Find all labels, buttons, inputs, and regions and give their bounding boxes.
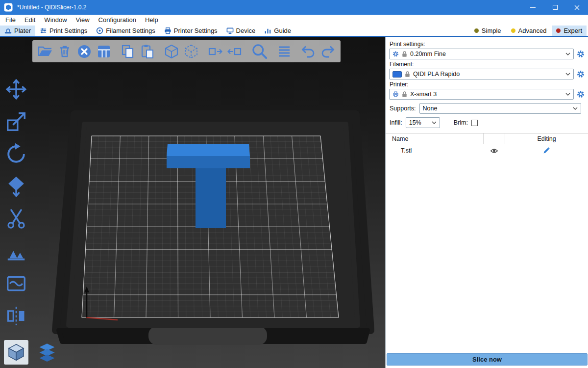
- supports-label: Supports:: [390, 105, 416, 112]
- print-settings-icon: [40, 27, 47, 34]
- printer-select[interactable]: X-smart 3: [389, 89, 574, 100]
- brim-label: Brim:: [454, 119, 468, 126]
- add-instance-button[interactable]: [207, 44, 223, 59]
- tab-print-settings[interactable]: Print Settings: [35, 26, 92, 36]
- view-3d-editor-button[interactable]: [4, 340, 28, 365]
- arrange-icon: [96, 44, 112, 59]
- redo-button[interactable]: [320, 44, 336, 59]
- open-folder-icon: [37, 44, 53, 59]
- plater-icon: [4, 27, 12, 34]
- object-name: T.stl: [386, 144, 483, 157]
- mode-label: Simple: [482, 27, 501, 34]
- remove-instance-button[interactable]: [227, 44, 243, 59]
- search-button[interactable]: [251, 43, 268, 60]
- cube-3d-icon: [6, 342, 26, 362]
- infill-select[interactable]: 15%: [406, 117, 440, 128]
- menu-file[interactable]: File: [1, 15, 20, 26]
- gear-icon: [577, 50, 585, 58]
- printer-gear-button[interactable]: [575, 90, 586, 98]
- slice-now-button[interactable]: Slice now: [387, 353, 588, 366]
- lock-icon: [401, 91, 408, 98]
- scale-tool[interactable]: [5, 110, 27, 133]
- paint-supports-icon: [5, 240, 27, 263]
- device-icon: [226, 27, 234, 34]
- close-button[interactable]: [566, 0, 588, 15]
- menu-view[interactable]: View: [72, 15, 94, 26]
- tab-guide[interactable]: Guide: [260, 26, 295, 36]
- variable-layer-height-button[interactable]: [276, 44, 292, 59]
- tab-label: Device: [236, 27, 256, 34]
- mode-simple[interactable]: Simple: [470, 26, 506, 36]
- lock-icon: [404, 71, 411, 78]
- printer-icon: [392, 91, 399, 98]
- menu-window[interactable]: Window: [40, 15, 71, 26]
- undo-button[interactable]: [300, 44, 316, 59]
- place-on-face-tool[interactable]: [5, 175, 27, 198]
- supports-select[interactable]: None: [419, 103, 581, 114]
- cut-icon: [5, 208, 27, 230]
- mirror-icon: [5, 305, 27, 327]
- paste-button[interactable]: [140, 44, 155, 59]
- layer-height-icon: [276, 44, 292, 59]
- edit-icon[interactable]: [542, 147, 550, 155]
- lock-icon: [401, 51, 408, 57]
- paint-supports-tool[interactable]: [5, 240, 27, 263]
- arrange-button[interactable]: [96, 44, 112, 59]
- column-visibility: [483, 133, 505, 144]
- mode-expert[interactable]: Expert: [552, 26, 587, 36]
- window-title: *Untitled - QIDISlicer-1.0.2: [17, 4, 86, 11]
- tab-device[interactable]: Device: [222, 26, 260, 36]
- window-controls: [522, 0, 588, 15]
- view-preview-button[interactable]: [35, 340, 59, 365]
- delete-button[interactable]: [57, 44, 73, 59]
- rotate-icon: [5, 143, 27, 165]
- advanced-mode-dot: [511, 28, 515, 33]
- paste-icon: [140, 44, 155, 59]
- brim-checkbox[interactable]: [471, 120, 478, 126]
- split-to-objects-button[interactable]: [164, 44, 179, 59]
- tabbar: Plater Print Settings Filament Settings …: [0, 26, 588, 37]
- open-button[interactable]: [37, 44, 53, 59]
- scale-icon: [5, 110, 27, 133]
- mirror-tool[interactable]: [5, 305, 27, 327]
- copy-button[interactable]: [120, 44, 136, 59]
- menu-configuration[interactable]: Configuration: [94, 15, 141, 26]
- menu-edit[interactable]: Edit: [20, 15, 40, 26]
- move-tool[interactable]: [5, 78, 27, 101]
- filament-select[interactable]: QIDI PLA Rapido: [389, 69, 574, 79]
- mode-label: Advanced: [518, 27, 547, 34]
- filament-value: QIDI PLA Rapido: [413, 71, 563, 78]
- column-editing: Editing: [505, 133, 588, 144]
- delete-all-button[interactable]: [76, 44, 92, 59]
- viewport-3d[interactable]: [0, 37, 385, 368]
- move-icon: [5, 78, 27, 101]
- menu-help[interactable]: Help: [141, 15, 163, 26]
- infill-label: Infill:: [390, 119, 402, 126]
- tab-filament-settings[interactable]: Filament Settings: [92, 26, 159, 36]
- minimize-button[interactable]: [522, 0, 544, 15]
- print-settings-label: Print settings:: [390, 41, 586, 48]
- rotate-tool[interactable]: [5, 143, 27, 165]
- minimize-icon: [530, 7, 536, 8]
- maximize-button[interactable]: [544, 0, 566, 15]
- print-settings-gear-button[interactable]: [575, 50, 586, 58]
- filament-label: Filament:: [390, 61, 586, 68]
- print-settings-select[interactable]: 0.20mm Fine: [389, 49, 574, 59]
- object-row[interactable]: T.stl: [386, 144, 588, 157]
- expert-mode-dot: [556, 28, 561, 33]
- seam-painting-tool[interactable]: [5, 272, 27, 295]
- eye-icon[interactable]: [490, 147, 498, 155]
- chevron-down-icon: [565, 53, 570, 55]
- gear-icon: [577, 70, 585, 78]
- chevron-down-icon: [565, 93, 570, 96]
- cut-tool[interactable]: [5, 208, 27, 230]
- split-to-parts-button[interactable]: [183, 44, 199, 59]
- tab-plater[interactable]: Plater: [0, 26, 35, 36]
- mode-switcher: Simple Advanced Expert: [470, 26, 588, 36]
- filament-settings-icon: [96, 27, 103, 34]
- filament-gear-button[interactable]: [575, 70, 586, 78]
- mode-advanced[interactable]: Advanced: [507, 26, 551, 36]
- copy-icon: [120, 44, 136, 59]
- printer-label: Printer:: [390, 81, 586, 88]
- tab-printer-settings[interactable]: Printer Settings: [160, 26, 222, 36]
